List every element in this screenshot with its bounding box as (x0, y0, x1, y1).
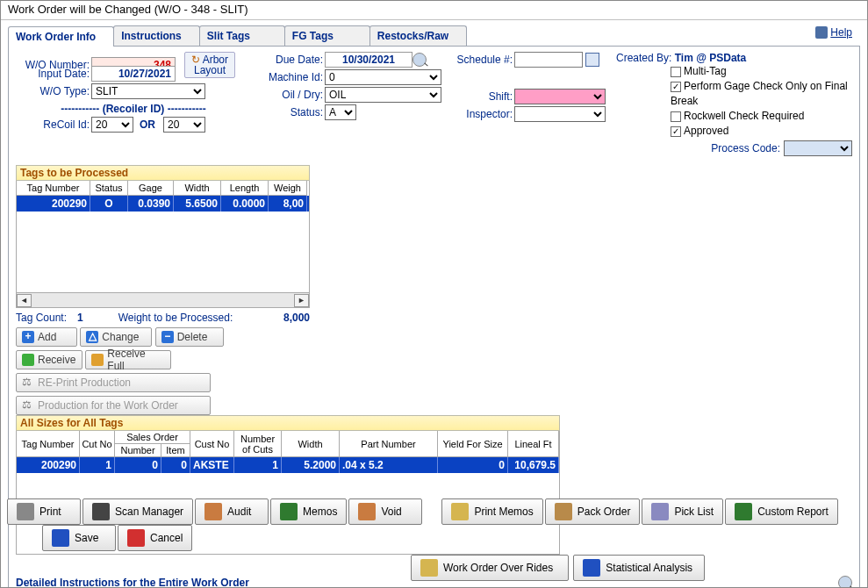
add-label: Add (38, 331, 56, 343)
receive-full-button[interactable]: Receive Full (85, 350, 171, 369)
scol-yield[interactable]: Yield For Size (438, 431, 508, 457)
production-for-wo-button[interactable]: Production for the Work Order (16, 396, 211, 415)
rockwell-label: Rockwell Check Required (684, 110, 804, 122)
scan-manager-button[interactable]: Scan Manager (82, 498, 193, 525)
void-icon (358, 503, 376, 520)
printer-icon (17, 503, 34, 520)
stat-icon (583, 559, 600, 577)
audit-icon (204, 503, 222, 520)
machine-id-select[interactable]: 0 (325, 69, 441, 85)
status-select[interactable]: A (325, 104, 356, 120)
help-icon (815, 26, 828, 39)
pack-order-button[interactable]: Pack Order (545, 498, 641, 525)
tag-count-value: 1 (77, 312, 83, 324)
approved-checkbox[interactable] (671, 126, 681, 137)
change-icon: △ (86, 331, 98, 343)
scol-so-item[interactable]: Item (161, 444, 190, 457)
sizes-row[interactable]: 200290 1 0 0 AKSTE 1 5.2000 .04 x 5.2 0 … (17, 457, 559, 473)
print-memos-label: Print Memos (474, 507, 533, 517)
receive-button[interactable]: Receive (16, 350, 82, 369)
multi-tag-label: Multi-Tag (684, 65, 727, 77)
report-label: Custom Report (757, 507, 829, 517)
pack-label: Pack Order (577, 507, 631, 517)
col-weight[interactable]: Weigh (269, 181, 307, 196)
scol-tag[interactable]: Tag Number (17, 431, 80, 457)
scol-width[interactable]: Width (282, 431, 340, 457)
scroll-left-icon[interactable]: ◄ (17, 294, 32, 307)
input-date-label: Input Date: (16, 68, 91, 80)
change-button[interactable]: △Change (80, 327, 152, 347)
recoil-id-2-select[interactable]: 20 (163, 117, 205, 133)
s-ncuts: 1 (234, 457, 282, 473)
help-link[interactable]: Help (815, 26, 852, 39)
col-gage[interactable]: Gage (128, 181, 174, 196)
prod-for-wo-label: Production for the Work Order (38, 399, 178, 412)
pick-list-button[interactable]: Pick List (642, 498, 723, 525)
due-date-lookup-icon[interactable] (412, 53, 427, 67)
tab-fg-tags[interactable]: FG Tags (284, 25, 370, 46)
void-button[interactable]: Void (348, 498, 422, 525)
save-button[interactable]: Save (42, 525, 116, 551)
tab-work-order-info[interactable]: Work Order Info (8, 26, 114, 47)
tab-slit-tags[interactable]: Slit Tags (199, 25, 285, 46)
col-length[interactable]: Length (221, 181, 269, 196)
cancel-button[interactable]: Cancel (118, 525, 192, 551)
col-width[interactable]: Width (174, 181, 221, 196)
multi-tag-checkbox[interactable] (671, 67, 681, 77)
add-button[interactable]: +Add (16, 327, 77, 347)
audit-button[interactable]: Audit (195, 498, 269, 525)
memos-button[interactable]: Memos (270, 498, 347, 525)
change-label: Change (102, 331, 139, 343)
cell-status: O (90, 196, 128, 212)
reprint-production-button[interactable]: RE-Print Production (16, 373, 211, 392)
tab-bar: Work Order Info Instructions Slit Tags F… (8, 25, 860, 47)
input-date-field[interactable]: 10/27/2021 (91, 66, 176, 82)
scol-cutno[interactable]: Cut No (80, 431, 115, 457)
arbor-layout-button[interactable]: ↻ Arbor Layout (184, 52, 235, 78)
print-button[interactable]: Print (7, 498, 81, 525)
oil-dry-select[interactable]: OIL (325, 87, 441, 103)
gage-check-checkbox[interactable] (671, 82, 681, 92)
recoil-id-1-select[interactable]: 20 (91, 117, 133, 133)
wo-type-select[interactable]: SLIT (91, 83, 205, 99)
print-memos-button[interactable]: Print Memos (441, 498, 542, 525)
scol-lineal[interactable]: Lineal Ft (508, 431, 559, 457)
tab-instructions[interactable]: Instructions (113, 25, 200, 46)
col-status[interactable]: Status (90, 181, 128, 196)
work-order-overrides-button[interactable]: Work Order Over Rides (411, 555, 569, 581)
delete-button[interactable]: −Delete (155, 327, 224, 347)
scol-ncuts[interactable]: Number of Cuts (234, 431, 282, 457)
process-code-select[interactable] (784, 140, 852, 156)
scol-custno[interactable]: Cust No (190, 431, 234, 457)
tags-table: Tag Number Status Gage Width Length Weig… (16, 181, 310, 293)
cell-tag: 200290 (17, 196, 90, 212)
s-so-item: 0 (161, 457, 190, 473)
created-by-label: Created By: (616, 52, 671, 64)
schedule-number-input[interactable] (514, 52, 583, 68)
scan-label: Scan Manager (115, 507, 183, 517)
shift-select[interactable] (514, 89, 606, 104)
tags-h-scrollbar[interactable]: ◄ ► (16, 293, 310, 308)
s-yield: 0 (438, 457, 508, 473)
window-title: Work Order will be Changed (W/O - 348 - … (1, 1, 867, 20)
scol-part[interactable]: Part Number (340, 431, 438, 457)
recoil-id-label: ReCoil Id: (16, 118, 91, 131)
custom-report-button[interactable]: Custom Report (725, 498, 838, 525)
col-tag-number[interactable]: Tag Number (17, 181, 90, 196)
scroll-right-icon[interactable]: ► (294, 294, 309, 307)
created-by-value: Tim @ PSData (675, 52, 747, 64)
scale-icon (22, 376, 34, 389)
cell-gage: 0.0390 (128, 196, 174, 212)
scol-sales-order[interactable]: Sales Order (115, 431, 190, 444)
tags-row[interactable]: 200290 O 0.0390 5.6500 0.0000 8,00 (17, 196, 309, 212)
due-date-field[interactable]: 10/30/2021 (325, 52, 412, 68)
s-lineal: 10,679.5 (508, 457, 559, 473)
inspector-select[interactable] (514, 106, 606, 122)
print-label: Print (39, 506, 61, 518)
scol-so-number[interactable]: Number (115, 444, 161, 457)
s-width: 5.2000 (282, 457, 340, 473)
schedule-lookup-icon[interactable] (585, 53, 599, 67)
statistical-analysis-button[interactable]: Statistical Analysis (573, 555, 705, 581)
tab-restocks-raw[interactable]: Restocks/Raw (369, 25, 467, 46)
rockwell-checkbox[interactable] (671, 111, 681, 122)
